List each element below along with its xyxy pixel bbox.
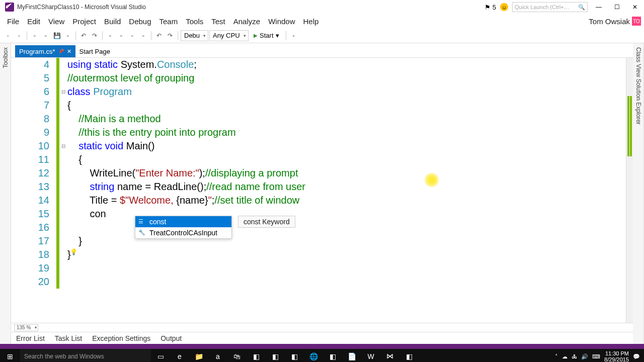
menu-view[interactable]: View [44, 16, 68, 27]
code-line[interactable]: 15 con [11, 207, 626, 221]
change-bar-icon [56, 112, 59, 126]
add-item-icon[interactable]: ▫ [116, 31, 126, 41]
menu-project[interactable]: Project [68, 16, 100, 27]
app-icon[interactable]: ◧ [399, 349, 419, 362]
code-line[interactable]: 10⊟ static void Main() [11, 139, 626, 153]
store-icon[interactable]: 🛍 [227, 349, 247, 362]
app-icon[interactable]: ◧ [323, 349, 342, 362]
maximize-button[interactable]: ☐ [610, 2, 624, 12]
tab-program-cs[interactable]: Program.cs* 📌 ✕ [15, 45, 75, 57]
user-avatar-badge[interactable]: TO [632, 17, 641, 26]
bottom-tab-task-list[interactable]: Task List [50, 333, 87, 343]
code-line[interactable]: 16 [11, 221, 626, 234]
bottom-tab-output[interactable]: Output [155, 333, 187, 343]
word-icon[interactable]: W [361, 349, 380, 362]
misc2-icon[interactable]: ▫ [138, 31, 148, 41]
menu-help[interactable]: Help [299, 16, 323, 27]
save-icon[interactable]: 💾 [52, 31, 62, 41]
code-line[interactable]: 18} [11, 248, 626, 261]
misc-icon[interactable]: ▫ [127, 31, 137, 41]
class-view-tab[interactable]: Class View Solution Explorer [633, 43, 644, 344]
outline-toggle-icon[interactable]: ⊟ [59, 143, 67, 149]
solution-platform-combo[interactable]: Any CPU [209, 30, 249, 41]
quick-launch-input[interactable]: Quick Launch (Ctrl+…🔍 [512, 2, 588, 12]
code-line[interactable]: 19 [11, 261, 626, 275]
windows-search-input[interactable]: Search the web and Windows [20, 349, 151, 362]
code-line[interactable]: 17 } [11, 234, 626, 248]
undo2-icon[interactable]: ↶ [154, 31, 164, 41]
intellisense-item-treatcontrol[interactable]: 🔧TreatControlCAsInput [135, 227, 231, 238]
menu-file[interactable]: File [3, 16, 23, 27]
intellisense-list[interactable]: ☰const 🔧TreatControlCAsInput [135, 216, 232, 239]
intellisense-item-const[interactable]: ☰const [135, 216, 231, 227]
menu-build[interactable]: Build [100, 16, 125, 27]
zoom-combo[interactable]: 135 % [14, 324, 38, 331]
save-all-icon[interactable]: ▫ [63, 31, 73, 41]
code-line[interactable]: 14 Title = $"Welcome, {name}";//set titl… [11, 194, 626, 207]
code-line[interactable]: 9 //this is the entry point into program [11, 126, 626, 139]
menu-debug[interactable]: Debug [125, 16, 155, 27]
menu-team[interactable]: Team [155, 16, 182, 27]
code-line[interactable]: 5//outermost level of grouping [11, 71, 626, 85]
redo2-icon[interactable]: ↷ [165, 31, 175, 41]
open-file-icon[interactable]: ▫ [41, 31, 51, 41]
notifications-flag-icon[interactable]: ⚑ 5 [485, 4, 496, 11]
start-debug-button[interactable]: ▶Start ▾ [250, 30, 283, 41]
outline-toggle-icon[interactable]: ⊟ [59, 89, 67, 95]
keyboard-icon[interactable]: ⌨ [592, 353, 600, 360]
new-item-icon[interactable]: ▫ [105, 31, 115, 41]
solution-config-combo[interactable]: Debu [181, 30, 208, 41]
signed-in-user[interactable]: Tom Owsiak [589, 17, 630, 26]
code-line[interactable]: 11 { [11, 153, 626, 166]
bottom-tab-exception-settings[interactable]: Exception Settings [87, 333, 155, 343]
tab-close-icon[interactable]: ✕ [67, 48, 71, 55]
new-project-icon[interactable]: ▫ [30, 31, 40, 41]
menu-tools[interactable]: Tools [182, 16, 207, 27]
menu-test[interactable]: Test [207, 16, 229, 27]
app-icon[interactable]: ◧ [285, 349, 304, 362]
vs-taskbar-icon[interactable]: ⋈ [380, 349, 399, 362]
code-editor[interactable]: 4using static System.Console;5//outermos… [11, 57, 633, 323]
lightbulb-icon[interactable]: 💡 [70, 248, 77, 255]
app-icon[interactable]: ◧ [266, 349, 285, 362]
file-explorer-icon[interactable]: 📁 [189, 349, 208, 362]
code-line[interactable]: 20 [11, 275, 626, 289]
menu-edit[interactable]: Edit [23, 16, 44, 27]
chrome-icon[interactable]: 🌐 [304, 349, 323, 362]
notes-icon[interactable]: 📄 [342, 349, 361, 362]
edge-icon[interactable]: e [170, 349, 189, 362]
nav-back-icon[interactable]: ◦ [3, 31, 13, 41]
tray-up-icon[interactable]: ˄ [555, 353, 558, 360]
toolbox-tab[interactable]: Toolbox [0, 43, 11, 344]
code-line[interactable]: 8 //Main is a method [11, 112, 626, 126]
feedback-icon[interactable]: ☺ [500, 3, 508, 11]
close-button[interactable]: ✕ [628, 2, 642, 12]
start-button[interactable]: ⊞ [0, 349, 20, 362]
code-line[interactable]: 4using static System.Console; [11, 58, 626, 71]
bottom-tab-error-list[interactable]: Error List [11, 333, 50, 343]
undo-icon[interactable]: ↶ [78, 31, 89, 41]
menu-analyze[interactable]: Analyze [229, 16, 264, 27]
system-tray[interactable]: ˄ ☁ 🖧 🔊 ⌨ 11:30 PM 8/29/2015 💬 [551, 350, 644, 362]
code-line[interactable]: 12 WriteLine("Enter Name:");//displaying… [11, 166, 626, 180]
menu-window[interactable]: Window [264, 16, 299, 27]
code-line[interactable]: 6⊟class Program [11, 85, 626, 99]
code-line[interactable]: 7{ [11, 99, 626, 112]
browser-link-icon[interactable]: ▫ [289, 31, 299, 41]
action-center-icon[interactable]: 💬 [633, 353, 640, 360]
task-view-icon[interactable]: ▭ [151, 349, 170, 362]
pin-icon[interactable]: 📌 [58, 49, 64, 54]
line-number: 20 [11, 276, 56, 288]
volume-icon[interactable]: 🔊 [581, 353, 588, 360]
minimize-button[interactable]: — [592, 2, 606, 12]
redo-icon[interactable]: ↷ [90, 31, 100, 41]
onedrive-icon[interactable]: ☁ [562, 353, 568, 360]
taskbar-clock[interactable]: 11:30 PM 8/29/2015 [604, 350, 629, 362]
app-icon[interactable]: ◧ [247, 349, 266, 362]
amazon-icon[interactable]: a [208, 349, 227, 362]
vertical-scrollbar[interactable] [626, 58, 633, 323]
tab-start-page[interactable]: Start Page [75, 45, 114, 57]
code-line[interactable]: 13 string name = ReadLine();//read name … [11, 180, 626, 194]
nav-fwd-icon[interactable]: ◦ [14, 31, 24, 41]
network-icon[interactable]: 🖧 [572, 353, 577, 359]
